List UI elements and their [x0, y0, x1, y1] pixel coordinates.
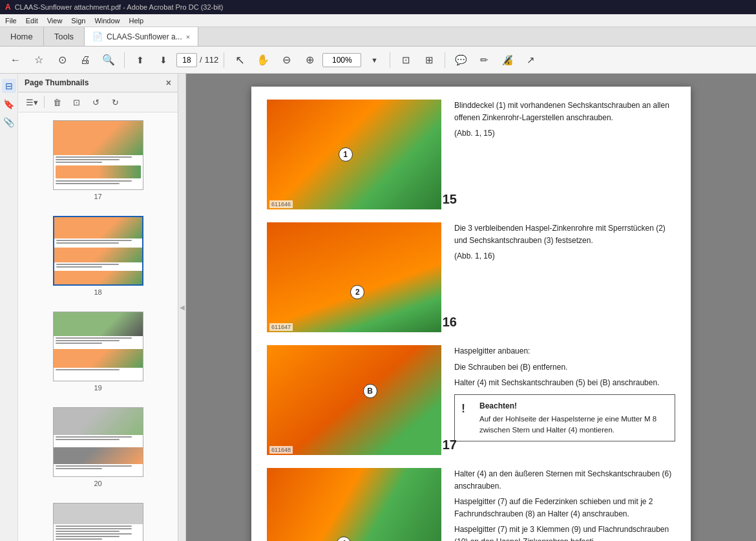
pdf-page: 1 611646 15 Blinddeckel (1) mit vorhande… [251, 87, 691, 541]
text-paragraph: Halter (4) an den äußeren Sternen mit Se… [454, 468, 675, 492]
toolbar-zoom-menu-button[interactable]: ▼ [364, 50, 384, 70]
toolbar-bookmark-button[interactable]: ☆ [28, 50, 49, 70]
doc-image-16: 2 [267, 222, 441, 332]
text-halter-anschrauben: Halter (4) mit Sechskantschrauben (5) be… [454, 377, 675, 389]
page-navigation: / 112 [176, 53, 218, 67]
toolbar-separator-4 [445, 52, 445, 68]
notice-box: ! Beachten! Auf der Hohlseite der Haspel… [454, 394, 675, 441]
image-callout-1: 1 [339, 147, 353, 162]
toolbar-export-button[interactable]: ↗ [520, 50, 541, 70]
doc-section-15: 1 611646 15 Blinddeckel (1) mit vorhande… [267, 100, 675, 209]
doc-image-15: 1 [267, 100, 441, 209]
toolbar-stamp-button[interactable]: 🔏 [497, 50, 518, 70]
doc-image-17b: 4 [267, 468, 441, 541]
panel-sep-1 [44, 96, 45, 108]
text-haspelgitter-anbauen: Haspelgitter anbauen: [454, 345, 675, 357]
text-paragraph: Haspelgitter (7) auf die Federzinken sch… [454, 496, 675, 520]
toolbar-cursor-button[interactable]: ↖ [229, 50, 250, 70]
image-number-15: 15 [443, 192, 457, 207]
sidebar-icon-attachments[interactable]: 📎 [2, 115, 16, 129]
thumbnail-label-18: 18 [94, 288, 101, 296]
text-paragraph: Die 3 verbleibenden Haspel-Zinkenrohre m… [454, 222, 675, 246]
thumbnail-frame-18 [53, 216, 143, 286]
image-label-15: 611646 [269, 200, 293, 208]
panel-scroll-area[interactable]: 17 18 [18, 112, 178, 541]
tab-home[interactable]: Home [0, 27, 44, 46]
panel-rotate-right-button[interactable]: ↻ [107, 95, 123, 109]
menu-edit[interactable]: Edit [26, 17, 38, 25]
toolbar-back-button[interactable]: ← [5, 50, 26, 70]
doc-image-wrap-15: 1 611646 15 [267, 100, 441, 209]
thumb-line [56, 183, 120, 184]
doc-image-group-15: 1 611646 15 [267, 100, 441, 209]
doc-image-group-17: B 611648 17 [267, 345, 441, 455]
panel-options-button[interactable]: ☰▾ [23, 95, 40, 109]
toolbar-snapshot-button[interactable]: ⊞ [419, 50, 439, 70]
left-sidebar-icons: ⊟ 🔖 📎 [0, 74, 18, 541]
thumb-line [56, 159, 120, 160]
sidebar-icon-bookmarks[interactable]: 🔖 [2, 97, 16, 111]
toolbar-measure-button[interactable]: ⊡ [395, 50, 416, 70]
page-number-input[interactable] [176, 53, 197, 67]
panel-resize-handle[interactable]: ◀ [178, 74, 186, 541]
toolbar-print-button[interactable]: 🖨 [75, 50, 96, 70]
thumbnail-item-20[interactable]: 20 [18, 399, 178, 495]
panel-extract-button[interactable]: ⊡ [68, 95, 85, 109]
toolbar-separator-3 [390, 52, 390, 68]
menu-view[interactable]: View [47, 17, 63, 25]
menu-help[interactable]: Help [129, 17, 144, 25]
toolbar-page-up-button[interactable]: ⬆ [130, 50, 151, 70]
toolbar-separator-2 [224, 52, 224, 68]
thumbnail-frame-21 [53, 503, 143, 541]
panel-close-button[interactable]: × [166, 78, 171, 88]
zoom-level-input[interactable] [322, 53, 361, 67]
main-area: ⊟ 🔖 📎 Page Thumbnails × ☰▾ 🗑 ⊡ ↺ ↻ [0, 74, 756, 541]
menu-file[interactable]: File [5, 17, 17, 25]
panel-rotate-left-button[interactable]: ↺ [87, 95, 104, 109]
tab-close-button[interactable]: × [186, 33, 190, 41]
doc-text-17: Haspelgitter anbauen: Die Schrauben bei … [454, 345, 675, 447]
tab-tools[interactable]: Tools [44, 27, 85, 46]
thumbnail-item-19[interactable]: 19 [18, 304, 178, 399]
sidebar-icon-thumbnails[interactable]: ⊟ [2, 79, 16, 93]
toolbar-pen-button[interactable]: ✏ [474, 50, 494, 70]
spacer-for-image: 4 [267, 468, 441, 541]
thumbnail-label-19: 19 [94, 384, 101, 392]
text-paragraph: Haspelgitter (7) mit je 3 Klemmen (9) un… [454, 524, 675, 541]
page-thumbnails-panel: Page Thumbnails × ☰▾ 🗑 ⊡ ↺ ↻ [18, 74, 178, 541]
doc-image-wrap-16: 2 611647 16 [267, 222, 441, 332]
toolbar-separator-1 [124, 52, 125, 68]
panel-delete-button[interactable]: 🗑 [48, 95, 65, 109]
menu-sign[interactable]: Sign [71, 17, 85, 25]
pdf-content-area[interactable]: 1 611646 15 Blinddeckel (1) mit vorhande… [186, 74, 756, 541]
image-callout-2: 2 [350, 285, 364, 299]
notice-title: Beachten! [479, 400, 668, 412]
notice-content: Beachten! Auf der Hohlseite der Haspelst… [479, 400, 668, 436]
toolbar-zoom-out-button[interactable]: ⊖ [276, 50, 297, 70]
text-schrauben-entfernen: Die Schrauben bei (B) entfernen. [454, 361, 675, 374]
text-paragraph: Blinddeckel (1) mit vorhandenen Sechskan… [454, 100, 675, 123]
image-callout-4: 4 [337, 536, 351, 542]
doc-image-group-16: 2 611647 16 [267, 222, 441, 332]
panel-title: Page Thumbnails [25, 78, 89, 87]
thumbnail-label-20: 20 [94, 480, 101, 487]
toolbar-find-button[interactable]: 🔍 [98, 50, 119, 70]
tab-home-label: Home [10, 32, 33, 41]
image-label-16: 611647 [269, 323, 293, 331]
thumbnail-item-18[interactable]: 18 [18, 208, 178, 304]
toolbar-page-down-button[interactable]: ⬇ [153, 50, 174, 70]
notice-body: Auf der Hohlseite der Haspelsterne je ei… [479, 414, 668, 435]
toolbar-page-nav-button[interactable]: ⊙ [52, 50, 72, 70]
menu-window[interactable]: Window [94, 17, 120, 25]
thumbnail-frame-17 [53, 120, 143, 190]
doc-section-17: B 611648 17 Haspelgitter anbauen: Die Sc… [267, 345, 675, 455]
tab-document[interactable]: 📄 CLAAS-Sunflower a... × [85, 27, 198, 46]
toolbar-hand-button[interactable]: ✋ [253, 50, 273, 70]
thumbnail-item-17[interactable]: 17 [18, 112, 178, 208]
text-paragraph: (Abb. 1, 15) [454, 127, 675, 140]
image-label-17: 611648 [269, 446, 293, 454]
toolbar-zoom-in-button[interactable]: ⊕ [299, 50, 320, 70]
thumbnail-item-21[interactable]: 21 [18, 495, 178, 541]
toolbar-comment-button[interactable]: 💬 [450, 50, 471, 70]
tab-bar: Home Tools 📄 CLAAS-Sunflower a... × [0, 27, 756, 47]
